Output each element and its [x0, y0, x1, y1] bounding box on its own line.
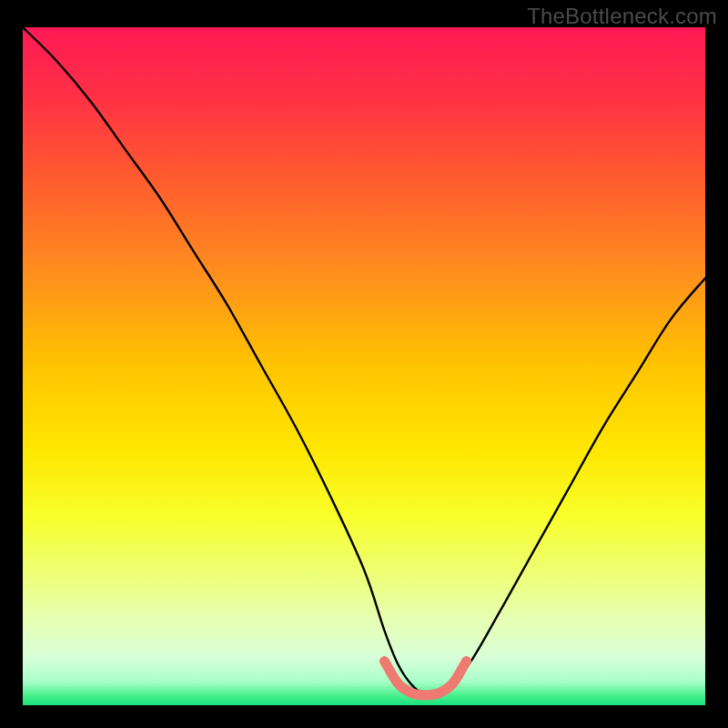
watermark-text: TheBottleneck.com	[527, 4, 717, 29]
gradient-background	[23, 27, 705, 705]
chart-frame: TheBottleneck.com	[0, 0, 728, 728]
chart-svg	[23, 27, 705, 705]
chart-plot-area	[23, 27, 705, 705]
